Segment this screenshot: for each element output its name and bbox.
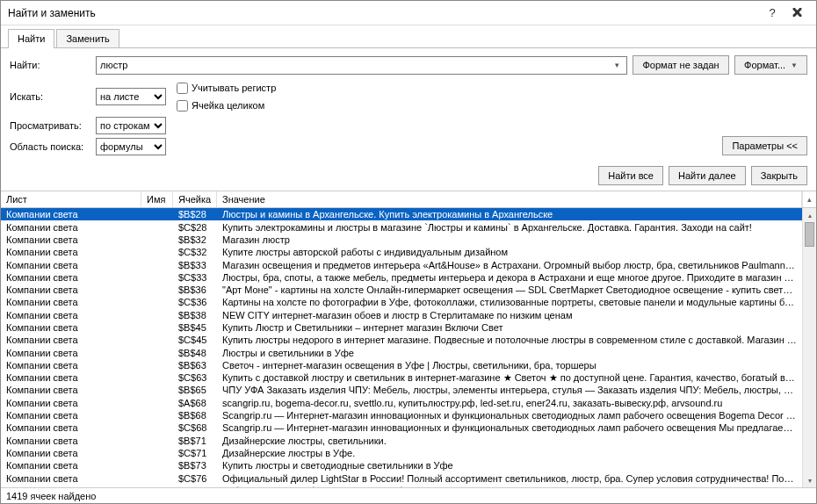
scroll-up-icon[interactable]: ▴ (803, 208, 816, 222)
cell-ref: $C$33 (173, 272, 217, 283)
table-row[interactable]: Компании света$B$73Купить люстры и свето… (1, 459, 802, 472)
cell-value: Scangrip.ru — Интернет-магазин инновацио… (217, 422, 802, 433)
find-all-button[interactable]: Найти все (598, 166, 663, 185)
table-row[interactable]: Компании света$C$68Scangrip.ru — Интерне… (1, 421, 802, 434)
no-format-button[interactable]: Формат не задан (633, 55, 729, 75)
col-cell[interactable]: Ячейка (173, 191, 217, 207)
status-text: 1419 ячеек найдено (6, 491, 96, 501)
tab-replace[interactable]: Заменить (56, 29, 119, 48)
results-rows[interactable]: Компании света$B$28Люстры и камины в Арх… (1, 208, 802, 487)
find-input[interactable]: ▾ (96, 56, 627, 75)
whole-cell-checkbox[interactable] (177, 100, 188, 112)
search-in-select[interactable]: на листе (96, 88, 166, 105)
col-value[interactable]: Значение (217, 191, 802, 207)
table-row[interactable]: Компании света$B$65ЧПУ УФА Заказать изде… (1, 384, 802, 396)
scroll-thumb[interactable] (805, 222, 814, 247)
cell-ref: $C$63 (173, 372, 217, 383)
cell-ref: $C$45 (173, 335, 217, 345)
cell-ref: $B$63 (173, 360, 217, 371)
table-row[interactable]: Компании света$C$33Люстры, бра, споты, а… (1, 271, 802, 284)
help-button[interactable]: ? (760, 4, 784, 23)
search-in-label: Искать: (10, 91, 90, 102)
cell-sheet: Компании света (1, 260, 141, 270)
cell-sheet: Компании света (1, 460, 141, 471)
table-row[interactable]: Компании света$B$68Scangrip.ru — Интерне… (1, 409, 802, 421)
table-row[interactable]: Компании света$C$63Купить с доставкой лю… (1, 371, 802, 384)
match-case-checkbox[interactable] (177, 83, 188, 94)
window-title: Найти и заменить (8, 7, 760, 19)
table-row[interactable]: Компании света$B$45Купить Люстр и Светил… (1, 321, 802, 334)
close-window-button[interactable]: 🗙 (784, 4, 809, 23)
cell-value: scangrip.ru, bogema-decor.ru, svettlo.ru… (217, 398, 802, 408)
tab-find[interactable]: Найти (8, 29, 54, 48)
table-row[interactable]: Компании света$C$45Купить люстры недорог… (1, 334, 802, 346)
table-row[interactable]: Компании света$C$76Официальный дилер Lig… (1, 472, 802, 484)
cell-ref: $B$32 (173, 234, 217, 245)
match-case-row[interactable]: Учитывать регистр (177, 80, 276, 96)
cell-sheet: Компании света (1, 410, 141, 421)
scroll-track[interactable] (803, 222, 816, 473)
cell-sheet: Компании света (1, 348, 141, 358)
cell-sheet: Компании света (1, 436, 141, 446)
format-button[interactable]: Формат...▼ (734, 55, 807, 75)
area-label: Область поиска: (10, 141, 90, 152)
cell-ref: $B$28 (173, 209, 217, 220)
table-row[interactable]: Компании света$B$71Дизайнерские люстры, … (1, 435, 802, 447)
cell-value: "Арт Моне" - картины на холсте Онлайн-ги… (217, 284, 802, 295)
table-row[interactable]: Компании света$B$63Светоч - интернет-маг… (1, 359, 802, 371)
direction-select[interactable]: по строкам (96, 117, 166, 134)
col-name[interactable]: Имя (141, 191, 173, 207)
cell-ref: $B$36 (173, 284, 217, 295)
cell-value: Купить люстры и светодиодные светильники… (217, 460, 802, 471)
whole-cell-row[interactable]: Ячейка целиком (177, 97, 276, 113)
cell-sheet: Компании света (1, 284, 141, 295)
header-scroll-up-icon[interactable]: ▴ (802, 191, 816, 207)
cell-sheet: Компании света (1, 398, 141, 408)
table-row[interactable]: Компании света$C$71Дизайнерские люстры в… (1, 447, 802, 459)
find-next-button[interactable]: Найти далее (669, 166, 746, 185)
cell-value: Купить люстры недорого в интернет магази… (217, 335, 802, 345)
results-pane: Лист Имя Ячейка Значение ▴ Компании свет… (1, 191, 816, 487)
cell-value: Купить электрокамины и люстры в магазине… (217, 222, 802, 233)
cell-value: Картины на холсте по фотографии в Уфе, ф… (217, 297, 802, 307)
action-buttons: Найти все Найти далее Закрыть (1, 161, 816, 191)
area-select[interactable]: формулы (96, 138, 166, 155)
table-row[interactable]: Компании света$B$32Магазин люстр (1, 234, 802, 246)
table-row[interactable]: Компании света$B$28Люстры и камины в Арх… (1, 208, 802, 220)
cell-ref: $C$36 (173, 297, 217, 307)
table-row[interactable]: Компании света$C$28Купить электрокамины … (1, 220, 802, 233)
cell-ref: $B$65 (173, 385, 217, 395)
cell-ref: $B$88 (173, 486, 217, 487)
cell-value: Люстры, бра, споты, а также мебель, пред… (217, 272, 802, 283)
cell-value: Изба Белгород - мебель из ротанга, мебел… (217, 486, 802, 487)
table-row[interactable]: Компании света$B$33Магазин освещения и п… (1, 258, 802, 270)
table-row[interactable]: Компании света$C$36Картины на холсте по … (1, 296, 802, 308)
find-text[interactable] (100, 60, 611, 70)
table-row[interactable]: Компании света$A$68scangrip.ru, bogema-d… (1, 397, 802, 409)
cell-ref: $B$33 (173, 260, 217, 270)
vertical-scrollbar[interactable]: ▴ ▾ (802, 208, 816, 487)
cell-sheet: Компании света (1, 247, 141, 257)
col-sheet[interactable]: Лист (1, 191, 141, 207)
close-button[interactable]: Закрыть (751, 166, 807, 185)
table-row[interactable]: Компании света$B$88Изба Белгород - мебел… (1, 485, 802, 487)
cell-value: NEW CITY интернет-магазин обоев и люстр … (217, 310, 802, 320)
cell-ref: $C$68 (173, 422, 217, 433)
table-row[interactable]: Компании света$B$38NEW CITY интернет-маг… (1, 309, 802, 321)
cell-sheet: Компании света (1, 360, 141, 371)
cell-sheet: Компании света (1, 422, 141, 433)
cell-value: Люстры и светильники в Уфе (217, 348, 802, 358)
chevron-down-icon[interactable]: ▾ (611, 61, 623, 69)
cell-sheet: Компании света (1, 448, 141, 458)
cell-value: Официальный дилер LightStar в России! По… (217, 473, 802, 484)
results-header: Лист Имя Ячейка Значение ▴ (1, 191, 816, 208)
table-row[interactable]: Компании света$B$48Люстры и светильники … (1, 346, 802, 358)
cell-value: ЧПУ УФА Заказать изделия ЧПУ: Мебель, лю… (217, 385, 802, 395)
table-row[interactable]: Компании света$B$36"Арт Моне" - картины … (1, 284, 802, 296)
table-row[interactable]: Компании света$C$32Купите люстры авторск… (1, 246, 802, 258)
cell-value: Купить Люстр и Светильники – интернет ма… (217, 322, 802, 333)
params-button[interactable]: Параметры << (722, 136, 807, 155)
scroll-down-icon[interactable]: ▾ (803, 473, 816, 487)
cell-ref: $C$28 (173, 222, 217, 233)
cell-sheet: Компании света (1, 297, 141, 307)
